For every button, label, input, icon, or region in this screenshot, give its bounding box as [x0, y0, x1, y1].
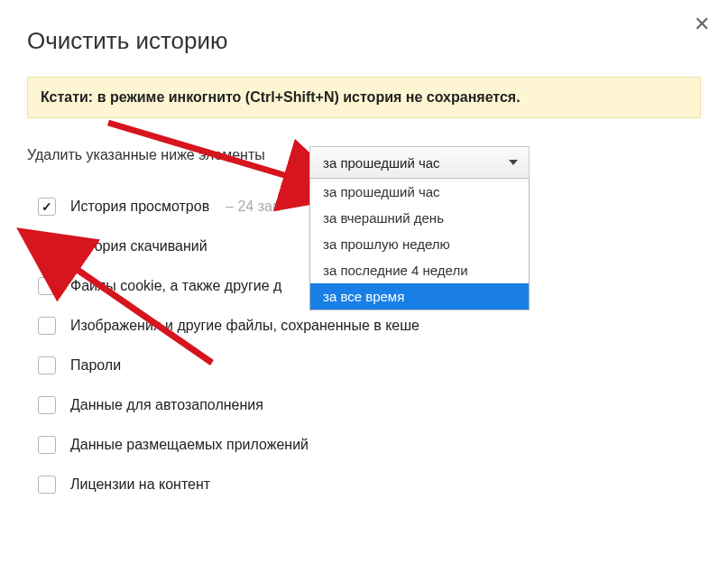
- checkbox-label: Лицензии на контент: [70, 476, 210, 493]
- list-item: Лицензии на контент: [27, 465, 701, 504]
- time-range-option[interactable]: за прошедший час: [310, 179, 529, 205]
- time-range-selected-value: за прошедший час: [323, 155, 440, 171]
- time-range-options-list: за прошедший часза вчерашний деньза прош…: [309, 179, 530, 310]
- list-item: Изображения и другие файлы, сохраненные …: [27, 306, 701, 346]
- checkbox-label: Пароли: [70, 357, 121, 374]
- close-icon[interactable]: ✕: [694, 14, 710, 34]
- list-item: Данные для автозаполнения: [27, 385, 701, 425]
- checkbox-extra: – 24 зап: [226, 199, 280, 215]
- checkbox-label: Файлы cookie, а также другие д: [70, 278, 281, 294]
- checkbox-label: История просмотров: [70, 199, 209, 215]
- time-range-option[interactable]: за все время: [310, 283, 529, 310]
- list-item: Пароли: [27, 346, 701, 385]
- checkbox[interactable]: [38, 356, 56, 374]
- chevron-down-icon: [509, 160, 518, 165]
- delete-label: Удалить указанные ниже элементы: [27, 147, 265, 163]
- checkbox[interactable]: [38, 198, 56, 216]
- checkbox[interactable]: [38, 237, 56, 255]
- time-range-select[interactable]: за прошедший час за прошедший часза вчер…: [309, 146, 530, 310]
- time-range-select-button[interactable]: за прошедший час: [309, 146, 530, 179]
- time-range-option[interactable]: за вчерашний день: [310, 205, 529, 231]
- time-range-option[interactable]: за прошлую неделю: [310, 231, 529, 257]
- checkbox[interactable]: [38, 317, 56, 335]
- incognito-info-bar: Кстати: в режиме инкогнито (Ctrl+Shift+N…: [27, 77, 701, 118]
- checkbox[interactable]: [38, 436, 56, 454]
- clear-history-dialog: ✕ Очистить историю Кстати: в режиме инко…: [0, 0, 728, 564]
- checkbox-label: Данные для автозаполнения: [70, 397, 263, 413]
- checkbox-label: Данные размещаемых приложений: [70, 437, 309, 453]
- time-range-option[interactable]: за последние 4 недели: [310, 257, 529, 283]
- checkbox[interactable]: [38, 396, 56, 414]
- checkbox-label: Изображения и другие файлы, сохраненные …: [70, 318, 419, 334]
- checkbox[interactable]: [38, 476, 56, 494]
- checkbox-label: История скачиваний: [70, 238, 207, 254]
- list-item: Данные размещаемых приложений: [27, 425, 701, 465]
- checkbox[interactable]: [38, 277, 56, 295]
- dialog-title: Очистить историю: [27, 27, 701, 55]
